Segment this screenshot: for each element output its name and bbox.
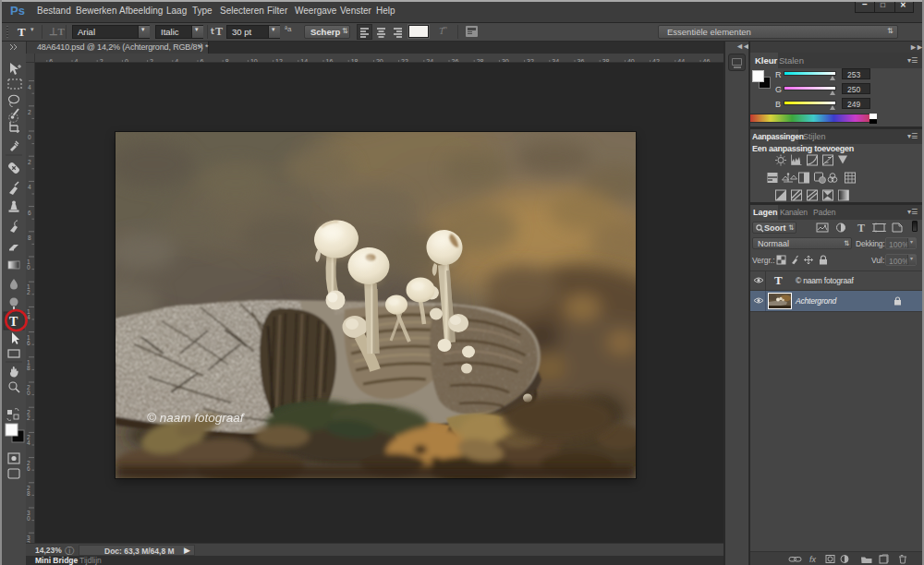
svg-text:2: 2	[28, 159, 31, 165]
svg-text:4: 4	[28, 84, 31, 90]
svg-text:8: 8	[28, 234, 31, 241]
svg-text:0: 0	[27, 264, 30, 270]
svg-text:4: 4	[28, 184, 31, 190]
svg-text:6: 6	[28, 210, 31, 216]
svg-text:fx: fx	[809, 555, 817, 564]
svg-text:T: T	[857, 222, 865, 234]
svg-text:6: 6	[27, 340, 30, 346]
svg-text:2: 2	[28, 109, 31, 115]
svg-text:4: 4	[27, 439, 30, 446]
svg-text:2: 2	[27, 415, 30, 421]
svg-text:6: 6	[27, 465, 30, 472]
svg-text:2: 2	[27, 289, 30, 295]
svg-text:© naam fotograaf: © naam fotograaf	[147, 411, 245, 425]
svg-text:0: 0	[28, 134, 31, 140]
svg-text:8: 8	[27, 365, 30, 371]
svg-text:0: 0	[27, 515, 30, 522]
svg-text:0: 0	[27, 390, 30, 396]
svg-text:8: 8	[27, 490, 30, 497]
